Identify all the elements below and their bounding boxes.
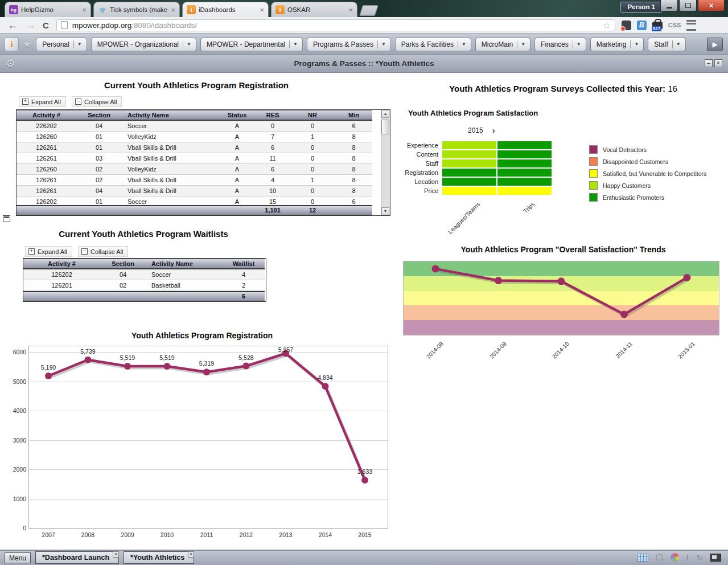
data-point[interactable] — [85, 357, 92, 363]
heatmap-cell[interactable] — [497, 187, 552, 195]
menubar-item-parks-facilities[interactable]: Parks & Facilities▼ — [395, 38, 471, 51]
browser-tab-idashboards[interactable]: iiDashboards× — [182, 2, 269, 17]
heatmap-cell[interactable] — [497, 141, 552, 149]
column-header[interactable]: Status — [219, 110, 256, 121]
column-header[interactable]: Activity Name — [122, 110, 219, 121]
column-header[interactable]: Section — [100, 259, 146, 269]
heatmap-cell[interactable] — [442, 141, 496, 149]
menubar-item-micromain[interactable]: MicroMain▼ — [475, 38, 530, 51]
data-point[interactable] — [124, 363, 131, 370]
menubar-item-marketing[interactable]: Marketing▼ — [590, 38, 644, 51]
expand-all-button[interactable]: +Expand All — [25, 246, 72, 257]
data-point[interactable] — [203, 369, 210, 375]
new-tab-button[interactable] — [359, 5, 379, 16]
data-point[interactable] — [684, 274, 691, 281]
menubar-item-programs-passes[interactable]: Programs & Passes▼ — [307, 38, 391, 51]
table-row[interactable]: 12626104Vball Skills & DrillA1008 — [17, 186, 381, 196]
data-point[interactable] — [558, 277, 565, 285]
slideshow-icon[interactable] — [710, 554, 721, 562]
color-wheel-icon[interactable] — [671, 553, 679, 562]
scroll-thumb[interactable] — [381, 120, 389, 134]
column-header[interactable]: Waitlist — [223, 259, 265, 269]
dashboard-close-button[interactable]: × — [714, 59, 722, 67]
collapse-panel-icon[interactable] — [3, 215, 10, 222]
heatmap-cell[interactable] — [497, 159, 552, 167]
tab-close-icon[interactable]: × — [113, 551, 119, 558]
column-header[interactable]: Min — [335, 110, 372, 121]
table-row[interactable]: 22620204SoccerA006 — [17, 121, 381, 132]
tab-close-icon[interactable]: × — [348, 6, 353, 14]
table-row[interactable]: 12620204Soccer4 — [23, 269, 266, 280]
browser-tab-helpgizmo[interactable]: hgHelpGizmo× — [5, 2, 91, 17]
column-header[interactable]: Activity Name — [146, 259, 223, 269]
table-row[interactable]: 12626103Vball Skills & DrillA1108 — [17, 153, 381, 164]
browser-tab-tick-symbols-make-tick-si[interactable]: ♥Tick symbols (make tick si× — [93, 2, 180, 17]
restore-button[interactable] — [679, 0, 697, 11]
play-button[interactable]: ▶ — [707, 38, 723, 51]
tab-close-icon[interactable]: × — [260, 6, 264, 14]
heatmap-cell[interactable] — [442, 159, 496, 167]
next-year-chevron-icon[interactable]: › — [492, 127, 495, 134]
bookmark-star-icon[interactable]: ☆ — [603, 20, 611, 31]
menu-icon[interactable] — [686, 20, 696, 31]
scroll-up-arrow[interactable]: ▲ — [381, 110, 389, 118]
collapse-all-button[interactable]: –Collapse All — [78, 246, 128, 257]
data-point[interactable] — [495, 277, 502, 284]
data-point[interactable] — [243, 363, 250, 370]
grid-view-icon[interactable] — [637, 554, 648, 562]
address-bar[interactable]: mpower.pdop.org :8080/idashboards/ ☆ — [56, 19, 615, 31]
heatmap-cell[interactable] — [442, 178, 496, 186]
table-row[interactable]: 12620102Basketball2 — [23, 280, 266, 291]
dashboard-tab-youth-athletics[interactable]: *Youth Athletics× — [124, 551, 194, 564]
data-point[interactable] — [432, 265, 439, 272]
refresh-icon[interactable]: ↻ — [696, 554, 703, 562]
menubar-item-mpower-departmental[interactable]: MPOWER - Departmental▼ — [200, 38, 303, 51]
column-header[interactable]: Activity # — [17, 110, 76, 121]
forward-button[interactable]: → — [25, 20, 35, 30]
css-extension-icon[interactable]: CSS — [668, 22, 681, 28]
browser-tab-oskar[interactable]: iOSKAR× — [271, 2, 357, 17]
heatmap-cell[interactable] — [497, 150, 552, 158]
heatmap-cell[interactable] — [442, 150, 496, 158]
table-row[interactable]: 12626002VolleyKidzA608 — [17, 164, 381, 175]
close-button[interactable]: × — [698, 0, 725, 11]
tab-close-icon[interactable]: × — [171, 6, 175, 14]
expand-all-button[interactable]: +Expand All — [19, 96, 66, 107]
menubar-item-staff[interactable]: Staff▼ — [648, 38, 685, 51]
tab-close-icon[interactable]: × — [82, 6, 87, 14]
reload-button[interactable]: C — [43, 21, 49, 30]
b-extension-icon[interactable]: B — [637, 21, 647, 30]
column-header[interactable]: Section — [76, 110, 122, 121]
magnifier-icon[interactable] — [656, 554, 663, 561]
column-header[interactable]: RES — [256, 110, 290, 121]
heatmap-cell[interactable] — [497, 169, 552, 177]
column-header[interactable]: Activity # — [23, 259, 100, 269]
table-row[interactable]: 12626102Vball Skills & DrillA418 — [17, 175, 381, 186]
heatmap-cell[interactable] — [442, 169, 496, 177]
data-point[interactable] — [620, 310, 628, 318]
evernote-extension-icon[interactable] — [622, 21, 631, 30]
data-point[interactable] — [361, 477, 368, 484]
heatmap-cell[interactable] — [497, 178, 552, 186]
alert-icon[interactable]: ! — [686, 554, 689, 562]
table-row[interactable]: 12626101Vball Skills & DrillA608 — [17, 142, 381, 153]
back-button[interactable]: ← — [7, 20, 18, 30]
tab-close-icon[interactable]: × — [188, 551, 194, 558]
menu-button[interactable]: Menu — [5, 552, 31, 563]
data-point[interactable] — [164, 363, 171, 370]
badge-extension-icon[interactable]: 527 — [652, 22, 663, 29]
data-point[interactable] — [45, 372, 52, 379]
menubar-item-finances[interactable]: Finances▼ — [534, 38, 586, 51]
column-header[interactable]: NR — [290, 110, 335, 121]
menubar-item-personal[interactable]: Personal▼ — [36, 38, 87, 51]
collapse-all-button[interactable]: –Collapse All — [72, 96, 122, 107]
dashboard-tab-dashboard-launch[interactable]: *Dashboard Launch× — [35, 551, 119, 564]
favorites-star-icon[interactable]: ★ — [23, 39, 31, 50]
profile-button[interactable]: Person 1 — [620, 2, 662, 13]
menubar-item-mpower-organizational[interactable]: MPOWER - Organizational▼ — [91, 38, 196, 51]
table-row[interactable]: 12620201SoccerA1506 — [17, 196, 381, 205]
minimize-button[interactable] — [660, 0, 678, 11]
heatmap-cell[interactable] — [442, 187, 496, 195]
table-row[interactable]: 12626001VolleyKidzA718 — [17, 132, 381, 142]
data-point[interactable] — [322, 383, 329, 390]
